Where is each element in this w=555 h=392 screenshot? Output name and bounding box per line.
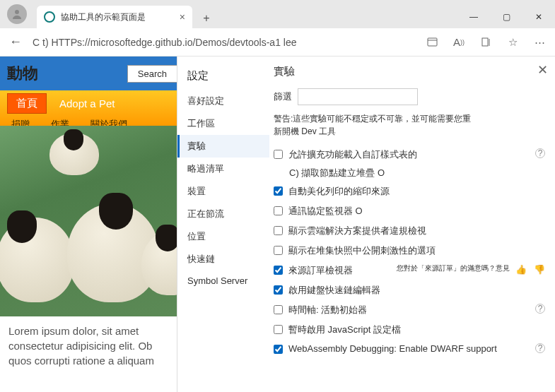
sidebar-item-experiments[interactable]: 實驗 xyxy=(177,135,269,158)
favorite-icon[interactable]: ☆ xyxy=(503,32,522,52)
checkbox-protocol-monitor[interactable] xyxy=(274,206,283,215)
browser-tab[interactable]: 協助工具的示範頁面是 × xyxy=(37,6,192,28)
opt-show-cloud: 顯示雲端解決方案提供者違規檢視 xyxy=(274,221,545,241)
sidebar-item-shortcuts[interactable]: 快速鏈 xyxy=(177,248,269,271)
svg-rect-3 xyxy=(482,38,488,46)
sheep-photo xyxy=(0,126,177,316)
sidebar-item-throttling[interactable]: 正在節流 xyxy=(177,203,269,225)
sidebar-item-symbol-server[interactable]: Symbol Server xyxy=(177,271,269,291)
window-controls: — ▢ ✕ xyxy=(457,6,555,28)
help-icon[interactable]: ? xyxy=(535,343,545,353)
collections-icon[interactable] xyxy=(476,32,496,52)
warning-text: 警告:這些實驗可能不穩定或不可靠，並可能需要您重新開機 Dev 工具 xyxy=(274,112,472,138)
search-label[interactable]: Search xyxy=(127,65,177,83)
checkbox-show-heap[interactable] xyxy=(274,246,283,255)
minimize-button[interactable]: — xyxy=(457,6,490,28)
sidebar-item-devices[interactable]: 裝置 xyxy=(177,180,269,203)
demo-page: 動物 Search 首頁 Adopt a Pet 捐贈 作業 關於我們 Lore… xyxy=(0,57,177,392)
back-button[interactable]: ← xyxy=(6,35,25,49)
opt-allow-custom-css: 允許擴充功能載入自訂樣式表的 ? xyxy=(274,145,545,165)
svg-rect-1 xyxy=(428,38,437,46)
checkbox-timeline[interactable] xyxy=(274,305,283,314)
address-bar: ← C t) HTTPs://microsoftedge.github.io/D… xyxy=(0,28,555,57)
opt-capture-stack: C) 擷取節點建立堆疊 O xyxy=(289,165,545,182)
panel-close-button[interactable]: ✕ xyxy=(537,62,548,78)
sidebar-item-ignore-list[interactable]: 略過清單 xyxy=(177,158,269,180)
opt-protocol-monitor: 通訊協定監視器 O xyxy=(274,201,545,221)
feedback-thumbs: 👍 👎 xyxy=(515,264,545,275)
photo-caption: Lorem ipsum dolor, sit amet consectetur … xyxy=(0,316,177,375)
feedback-text: 您對於「來源訂單」的滿意嗎？意見 xyxy=(397,264,510,273)
opt-pretty-print: 自動美化列印的縮印來源 xyxy=(274,182,545,201)
app-mode-icon[interactable] xyxy=(422,32,442,52)
svg-point-0 xyxy=(15,10,19,14)
help-icon[interactable]: ? xyxy=(535,304,545,314)
profile-avatar[interactable] xyxy=(7,4,27,24)
opt-source-order: 來源訂單檢視器 您對於「來源訂單」的滿意嗎？意見 👍 👎 xyxy=(274,261,545,280)
adopt-link[interactable]: Adopt a Pet xyxy=(59,97,115,109)
checkbox-show-cloud[interactable] xyxy=(274,226,283,235)
filter-input[interactable] xyxy=(298,88,418,105)
close-window-button[interactable]: ✕ xyxy=(522,6,555,28)
help-icon[interactable]: ? xyxy=(535,148,545,158)
more-menu-button[interactable]: ⋯ xyxy=(530,32,549,52)
sidebar-item-preferences[interactable]: 喜好設定 xyxy=(177,90,269,112)
window-titlebar: 協助工具的示範頁面是 × + — ▢ ✕ xyxy=(0,0,555,28)
thumbs-up-icon[interactable]: 👍 xyxy=(515,264,527,275)
sidebar-item-workspace[interactable]: 工作區 xyxy=(177,112,269,135)
tab-close-button[interactable]: × xyxy=(180,11,185,23)
panel-title: 實驗 xyxy=(274,65,545,78)
checkbox-keyboard-editor[interactable] xyxy=(274,285,283,295)
home-link[interactable]: 首頁 xyxy=(7,93,47,114)
opt-keyboard-editor: 啟用鍵盤快速鏈編輯器 xyxy=(274,280,545,300)
checkbox-source-order[interactable] xyxy=(274,266,283,275)
opt-show-heap: 顯示在堆集快照中公開刺激性的選項 xyxy=(274,241,545,261)
opt-timeline: 時間軸: 活動初始器 ? xyxy=(274,300,545,320)
url-text[interactable]: C t) HTTPs://microsoftedge.github.io/Dem… xyxy=(33,37,415,48)
page-nav: 首頁 Adopt a Pet 捐贈 作業 關於我們 xyxy=(0,90,177,126)
opt-wasm-dwarf: WebAssembly Debugging: Enable DWARF supp… xyxy=(274,340,545,357)
settings-sidebar: 設定 喜好設定 工作區 實驗 略過清單 裝置 正在節流 位置 快速鏈 Symbo… xyxy=(177,57,269,392)
opt-js-profile: 暫時啟用 JavaScript 設定檔 xyxy=(274,320,545,340)
checkbox-wasm-dwarf[interactable] xyxy=(274,345,283,354)
sidebar-item-locations[interactable]: 位置 xyxy=(177,225,269,248)
person-icon xyxy=(11,8,23,20)
new-tab-button[interactable]: + xyxy=(197,8,216,28)
filter-label: 篩選 xyxy=(274,90,292,103)
checkbox-js-profile[interactable] xyxy=(274,325,283,334)
tab-title: 協助工具的示範頁面是 xyxy=(61,11,174,23)
maximize-button[interactable]: ▢ xyxy=(490,6,522,28)
content-area: 動物 Search 首頁 Adopt a Pet 捐贈 作業 關於我們 Lore… xyxy=(0,57,555,392)
experiments-panel: ✕ 實驗 篩選 警告:這些實驗可能不穩定或不可靠，並可能需要您重新開機 Dev … xyxy=(269,57,555,392)
checkbox-allow-custom-css[interactable] xyxy=(274,150,283,159)
edge-favicon-icon xyxy=(44,11,55,23)
devtools-settings: 設定 喜好設定 工作區 實驗 略過清單 裝置 正在節流 位置 快速鏈 Symbo… xyxy=(177,57,555,392)
settings-title: 設定 xyxy=(177,66,269,90)
thumbs-down-icon[interactable]: 👎 xyxy=(534,264,545,275)
checkbox-pretty-print[interactable] xyxy=(274,186,283,196)
page-header: 動物 Search xyxy=(0,57,177,90)
page-logo: 動物 xyxy=(7,63,38,84)
read-aloud-icon[interactable]: A)) xyxy=(449,32,469,52)
